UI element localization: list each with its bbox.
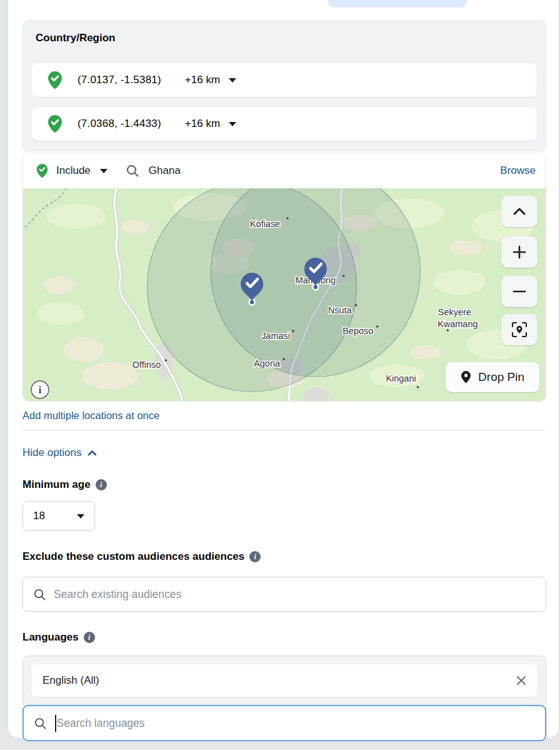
remove-language-button[interactable] xyxy=(515,674,528,687)
hide-options-link[interactable]: Hide options xyxy=(22,447,82,459)
map-label: Agona xyxy=(254,358,281,368)
location-row[interactable]: (7.0368, -1.4433) +16 km xyxy=(32,107,537,141)
browse-link[interactable]: Browse xyxy=(500,165,536,177)
location-search-input[interactable]: Ghana xyxy=(149,165,181,177)
map-zoom-in-button[interactable] xyxy=(501,236,538,268)
minimum-age-select[interactable]: 18 xyxy=(22,501,95,531)
minimum-age-value: 18 xyxy=(33,510,45,522)
search-icon xyxy=(33,588,46,601)
location-radius: +16 km xyxy=(185,74,220,86)
chevron-up-icon xyxy=(88,450,97,456)
selected-languages-box: English (All) xyxy=(22,656,546,705)
drop-pin-label: Drop Pin xyxy=(478,370,524,384)
green-location-pin-icon xyxy=(48,114,62,133)
language-search-box[interactable] xyxy=(22,705,546,741)
map-collapse-button[interactable] xyxy=(501,196,538,227)
language-token-label: English (All) xyxy=(42,674,99,687)
country-region-title: Country/Region xyxy=(32,31,537,53)
map-label: Jamasi xyxy=(261,331,290,341)
location-radius: +16 km xyxy=(185,118,220,130)
audience-search-input[interactable] xyxy=(54,588,536,601)
text-cursor xyxy=(55,715,56,732)
include-mode-selector[interactable]: Include xyxy=(56,165,91,177)
map-label: Kingani xyxy=(386,373,416,383)
location-coordinates: (7.0137, -1.5381) xyxy=(78,74,161,86)
cutoff-tooltip xyxy=(328,0,467,8)
map-recenter-button[interactable] xyxy=(501,314,538,345)
search-icon xyxy=(126,164,139,178)
map-label: Nsuta xyxy=(328,305,352,315)
languages-label: Languages xyxy=(22,631,79,644)
info-icon[interactable]: i xyxy=(249,551,261,562)
age-dropdown-caret-icon xyxy=(77,514,84,519)
language-token: English (All) xyxy=(31,664,538,697)
map-label: Offinso xyxy=(132,360,161,370)
include-search-row: Include Ghana Browse xyxy=(23,153,546,188)
targeting-map[interactable]: Kofiase Mampong Nsuta Beposo Sekyere Kwa… xyxy=(23,188,546,401)
audience-search-box[interactable] xyxy=(22,577,546,612)
ads-targeting-panel: Country/Region (7.0137, -1.5381) +16 km … xyxy=(0,0,560,750)
map-label: Sekyere xyxy=(438,307,471,317)
drop-pin-button[interactable]: Drop Pin xyxy=(446,362,539,392)
country-region-section: Country/Region (7.0137, -1.5381) +16 km … xyxy=(22,20,546,151)
pin-focus-icon xyxy=(511,322,528,338)
location-row[interactable]: (7.0137, -1.5381) +16 km xyxy=(32,63,537,97)
exclude-audiences-heading: Exclude these custom audiences audiences… xyxy=(22,550,546,563)
info-icon[interactable]: i xyxy=(96,479,107,490)
minimum-age-label: Minimum age xyxy=(22,479,91,491)
location-coordinates: (7.0368, -1.4433) xyxy=(78,118,161,130)
targeting-card: Country/Region (7.0137, -1.5381) +16 km … xyxy=(8,0,559,738)
plus-icon xyxy=(512,245,526,259)
green-location-pin-icon xyxy=(36,163,48,178)
add-multiple-locations-link[interactable]: Add multiple locations at once xyxy=(22,410,159,421)
map-label: Kofiase xyxy=(250,219,280,229)
map-info-button[interactable]: i xyxy=(31,381,49,398)
search-icon xyxy=(34,717,47,730)
map-zoom-out-button[interactable] xyxy=(501,276,538,307)
svg-text:i: i xyxy=(39,385,42,395)
close-icon xyxy=(515,674,528,687)
map-label: Beposo xyxy=(342,326,373,336)
radius-dropdown-caret-icon[interactable] xyxy=(229,122,236,126)
location-search-and-map: Include Ghana Browse xyxy=(22,153,546,402)
black-pin-icon xyxy=(461,370,471,384)
language-search-input[interactable] xyxy=(57,717,536,730)
green-location-pin-icon xyxy=(48,71,62,89)
map-label: Kwamang xyxy=(438,319,478,329)
chevron-up-icon xyxy=(512,207,526,216)
radius-dropdown-caret-icon[interactable] xyxy=(229,78,236,83)
languages-heading: Languages i xyxy=(22,631,546,644)
minimum-age-heading: Minimum age i xyxy=(22,479,546,491)
add-multiple-locations-row: Add multiple locations at once xyxy=(22,402,546,431)
include-dropdown-caret-icon[interactable] xyxy=(100,169,108,173)
info-icon[interactable]: i xyxy=(84,632,95,643)
hide-options-row[interactable]: Hide options xyxy=(22,447,546,459)
exclude-audiences-label: Exclude these custom audiences audiences xyxy=(22,550,244,563)
minus-icon xyxy=(512,285,526,298)
